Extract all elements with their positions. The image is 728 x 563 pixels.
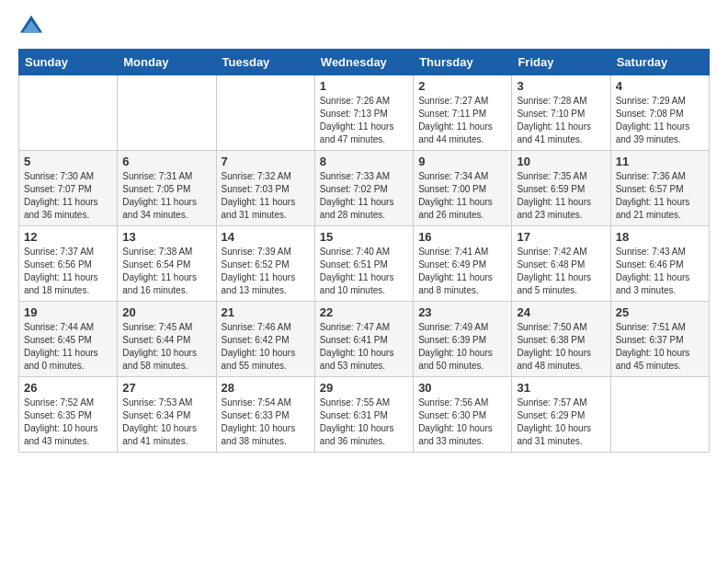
- calendar-week-1: 1Sunrise: 7:26 AM Sunset: 7:13 PM Daylig…: [19, 75, 710, 151]
- calendar-cell: [19, 75, 118, 151]
- day-number: 11: [616, 155, 704, 168]
- calendar-cell: 14Sunrise: 7:39 AM Sunset: 6:52 PM Dayli…: [216, 226, 314, 302]
- day-info: Sunrise: 7:42 AM Sunset: 6:48 PM Dayligh…: [517, 246, 605, 297]
- calendar-cell: 3Sunrise: 7:28 AM Sunset: 7:10 PM Daylig…: [512, 75, 610, 151]
- day-info: Sunrise: 7:36 AM Sunset: 6:57 PM Dayligh…: [616, 170, 704, 222]
- day-number: 15: [320, 230, 408, 244]
- calendar-cell: 10Sunrise: 7:35 AM Sunset: 6:59 PM Dayli…: [512, 151, 610, 226]
- day-number: 3: [517, 79, 605, 93]
- calendar-cell: 30Sunrise: 7:56 AM Sunset: 6:30 PM Dayli…: [414, 377, 512, 453]
- day-header-thursday: Thursday: [414, 50, 512, 75]
- day-header-wednesday: Wednesday: [314, 50, 413, 75]
- main-container: SundayMondayTuesdayWednesdayThursdayFrid…: [0, 0, 728, 462]
- calendar-cell: 19Sunrise: 7:44 AM Sunset: 6:45 PM Dayli…: [19, 302, 118, 377]
- day-info: Sunrise: 7:39 AM Sunset: 6:52 PM Dayligh…: [222, 246, 310, 297]
- day-info: Sunrise: 7:34 AM Sunset: 7:00 PM Dayligh…: [418, 170, 506, 222]
- day-info: Sunrise: 7:28 AM Sunset: 7:10 PM Dayligh…: [517, 95, 605, 146]
- day-info: Sunrise: 7:53 AM Sunset: 6:34 PM Dayligh…: [122, 396, 210, 448]
- day-number: 23: [418, 305, 506, 319]
- calendar-cell: 22Sunrise: 7:47 AM Sunset: 6:41 PM Dayli…: [314, 302, 413, 377]
- calendar-week-2: 5Sunrise: 7:30 AM Sunset: 7:07 PM Daylig…: [19, 151, 710, 226]
- day-info: Sunrise: 7:44 AM Sunset: 6:45 PM Dayligh…: [24, 321, 112, 373]
- day-info: Sunrise: 7:40 AM Sunset: 6:51 PM Dayligh…: [320, 246, 408, 297]
- day-info: Sunrise: 7:35 AM Sunset: 6:59 PM Dayligh…: [517, 170, 605, 222]
- calendar-cell: 1Sunrise: 7:26 AM Sunset: 7:13 PM Daylig…: [314, 75, 413, 151]
- calendar-cell: 9Sunrise: 7:34 AM Sunset: 7:00 PM Daylig…: [414, 151, 512, 226]
- calendar-cell: 11Sunrise: 7:36 AM Sunset: 6:57 PM Dayli…: [610, 151, 709, 226]
- day-number: 7: [222, 155, 310, 168]
- day-info: Sunrise: 7:57 AM Sunset: 6:29 PM Dayligh…: [517, 396, 605, 448]
- day-number: 4: [616, 79, 704, 93]
- day-number: 1: [320, 79, 408, 93]
- calendar-cell: [216, 75, 314, 151]
- day-number: 27: [122, 381, 210, 395]
- day-number: 31: [517, 381, 605, 395]
- day-number: 20: [122, 305, 210, 319]
- calendar-cell: 24Sunrise: 7:50 AM Sunset: 6:38 PM Dayli…: [512, 302, 610, 377]
- calendar-cell: 21Sunrise: 7:46 AM Sunset: 6:42 PM Dayli…: [216, 302, 314, 377]
- calendar-cell: 12Sunrise: 7:37 AM Sunset: 6:56 PM Dayli…: [19, 226, 118, 302]
- day-info: Sunrise: 7:56 AM Sunset: 6:30 PM Dayligh…: [418, 396, 506, 448]
- calendar-week-3: 12Sunrise: 7:37 AM Sunset: 6:56 PM Dayli…: [19, 226, 710, 302]
- calendar-header-row: SundayMondayTuesdayWednesdayThursdayFrid…: [19, 50, 710, 75]
- day-number: 9: [418, 155, 506, 168]
- day-number: 19: [24, 305, 112, 319]
- day-number: 17: [517, 230, 605, 244]
- calendar-cell: 6Sunrise: 7:31 AM Sunset: 7:05 PM Daylig…: [118, 151, 216, 226]
- day-info: Sunrise: 7:37 AM Sunset: 6:56 PM Dayligh…: [24, 246, 112, 297]
- day-number: 18: [616, 230, 704, 244]
- calendar-table: SundayMondayTuesdayWednesdayThursdayFrid…: [18, 49, 710, 453]
- calendar-cell: 27Sunrise: 7:53 AM Sunset: 6:34 PM Dayli…: [118, 377, 216, 453]
- day-number: 10: [517, 155, 605, 168]
- calendar-cell: 26Sunrise: 7:52 AM Sunset: 6:35 PM Dayli…: [19, 377, 118, 453]
- day-number: 21: [222, 305, 310, 319]
- calendar-cell: 7Sunrise: 7:32 AM Sunset: 7:03 PM Daylig…: [216, 151, 314, 226]
- calendar-cell: 4Sunrise: 7:29 AM Sunset: 7:08 PM Daylig…: [610, 75, 709, 151]
- day-info: Sunrise: 7:55 AM Sunset: 6:31 PM Dayligh…: [320, 396, 408, 448]
- day-header-saturday: Saturday: [610, 50, 709, 75]
- day-number: 30: [418, 381, 506, 395]
- day-info: Sunrise: 7:32 AM Sunset: 7:03 PM Dayligh…: [222, 170, 310, 222]
- day-info: Sunrise: 7:29 AM Sunset: 7:08 PM Dayligh…: [616, 95, 704, 146]
- calendar-week-4: 19Sunrise: 7:44 AM Sunset: 6:45 PM Dayli…: [19, 302, 710, 377]
- day-info: Sunrise: 7:45 AM Sunset: 6:44 PM Dayligh…: [122, 321, 210, 373]
- calendar-cell: 23Sunrise: 7:49 AM Sunset: 6:39 PM Dayli…: [414, 302, 512, 377]
- day-header-monday: Monday: [118, 50, 216, 75]
- day-info: Sunrise: 7:26 AM Sunset: 7:13 PM Dayligh…: [320, 95, 408, 146]
- day-info: Sunrise: 7:54 AM Sunset: 6:33 PM Dayligh…: [222, 396, 310, 448]
- calendar-cell: 25Sunrise: 7:51 AM Sunset: 6:37 PM Dayli…: [610, 302, 709, 377]
- day-header-tuesday: Tuesday: [216, 50, 314, 75]
- day-info: Sunrise: 7:51 AM Sunset: 6:37 PM Dayligh…: [616, 321, 704, 373]
- day-info: Sunrise: 7:41 AM Sunset: 6:49 PM Dayligh…: [418, 246, 506, 297]
- calendar-cell: 29Sunrise: 7:55 AM Sunset: 6:31 PM Dayli…: [314, 377, 413, 453]
- day-number: 29: [320, 381, 408, 395]
- calendar-cell: 13Sunrise: 7:38 AM Sunset: 6:54 PM Dayli…: [118, 226, 216, 302]
- header: [18, 14, 710, 40]
- day-number: 22: [320, 305, 408, 319]
- calendar-cell: 8Sunrise: 7:33 AM Sunset: 7:02 PM Daylig…: [314, 151, 413, 226]
- day-number: 13: [122, 230, 210, 244]
- day-number: 24: [517, 305, 605, 319]
- calendar-cell: 20Sunrise: 7:45 AM Sunset: 6:44 PM Dayli…: [118, 302, 216, 377]
- calendar-cell: [118, 75, 216, 151]
- day-number: 28: [222, 381, 310, 395]
- calendar-cell: 31Sunrise: 7:57 AM Sunset: 6:29 PM Dayli…: [512, 377, 610, 453]
- calendar-cell: 15Sunrise: 7:40 AM Sunset: 6:51 PM Dayli…: [314, 226, 413, 302]
- day-number: 16: [418, 230, 506, 244]
- day-info: Sunrise: 7:31 AM Sunset: 7:05 PM Dayligh…: [122, 170, 210, 222]
- day-number: 6: [122, 155, 210, 168]
- day-header-sunday: Sunday: [19, 50, 118, 75]
- logo-icon: [18, 14, 44, 40]
- day-number: 5: [24, 155, 112, 168]
- day-number: 12: [24, 230, 112, 244]
- day-info: Sunrise: 7:49 AM Sunset: 6:39 PM Dayligh…: [418, 321, 506, 373]
- calendar-week-5: 26Sunrise: 7:52 AM Sunset: 6:35 PM Dayli…: [19, 377, 710, 453]
- calendar-cell: 18Sunrise: 7:43 AM Sunset: 6:46 PM Dayli…: [610, 226, 709, 302]
- calendar-cell: 17Sunrise: 7:42 AM Sunset: 6:48 PM Dayli…: [512, 226, 610, 302]
- day-number: 14: [222, 230, 310, 244]
- day-info: Sunrise: 7:52 AM Sunset: 6:35 PM Dayligh…: [24, 396, 112, 448]
- day-info: Sunrise: 7:47 AM Sunset: 6:41 PM Dayligh…: [320, 321, 408, 373]
- day-info: Sunrise: 7:30 AM Sunset: 7:07 PM Dayligh…: [24, 170, 112, 222]
- day-info: Sunrise: 7:33 AM Sunset: 7:02 PM Dayligh…: [320, 170, 408, 222]
- day-number: 25: [616, 305, 704, 319]
